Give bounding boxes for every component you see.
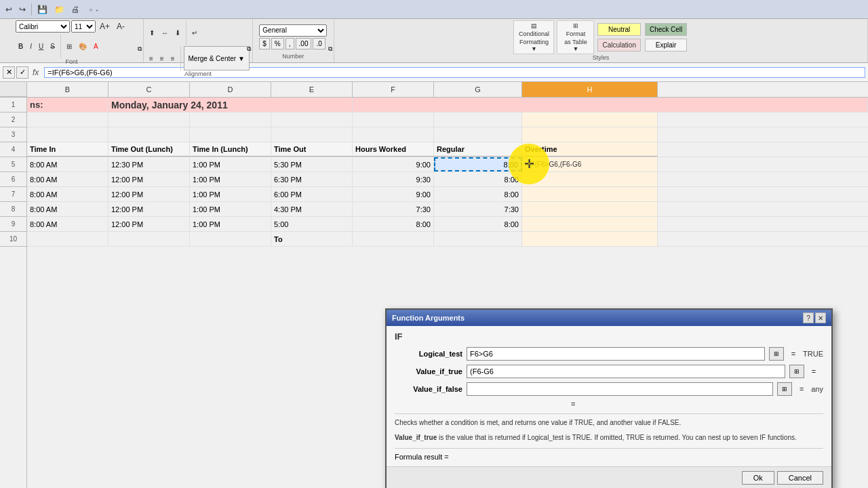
header-time-out-lunch[interactable]: Time Out (Lunch) — [108, 142, 190, 157]
cell-h9[interactable] — [522, 202, 658, 216]
row-header-7[interactable]: 7 — [0, 187, 26, 202]
align-middle-button[interactable]: ↔ — [159, 20, 171, 45]
open-button[interactable]: 📁 — [52, 3, 67, 16]
col-header-b[interactable]: B — [27, 82, 108, 97]
font-family-select[interactable]: Calibri — [16, 20, 70, 33]
row-header-4[interactable]: 4 — [0, 142, 26, 157]
row-header-2[interactable]: 2 — [0, 113, 26, 127]
row-header-1[interactable]: 1 — [0, 98, 26, 113]
cell-h8[interactable] — [522, 187, 658, 201]
cell-e3[interactable] — [271, 127, 353, 142]
align-right-button[interactable]: ≡ — [168, 46, 178, 70]
col-header-g[interactable]: G — [434, 82, 522, 97]
cell-d11[interactable] — [190, 232, 271, 246]
cell-c7[interactable]: 12:00 PM — [108, 172, 190, 186]
cell-b10[interactable]: 8:00 AM — [27, 217, 108, 231]
cell-d2[interactable] — [190, 113, 271, 127]
cell-e9[interactable]: 4:30 PM — [271, 202, 353, 216]
number-expand-icon[interactable]: ⧉ — [328, 45, 332, 53]
number-format-select[interactable]: General — [259, 24, 327, 37]
col-header-h[interactable]: H — [522, 82, 658, 97]
cell-b1[interactable]: ns: — [27, 98, 108, 112]
logical-test-picker[interactable]: ⊞ — [769, 347, 784, 361]
save-button[interactable]: 💾 — [35, 3, 50, 16]
cell-b6[interactable]: 8:00 AM — [27, 157, 108, 171]
row-header-3[interactable]: 3 — [0, 127, 26, 142]
cell-c2[interactable] — [108, 113, 190, 127]
font-size-select[interactable]: 11 — [71, 20, 96, 33]
increase-font-button[interactable]: A+ — [97, 20, 113, 33]
cell-f6[interactable]: 9:00 — [353, 157, 434, 171]
cell-c11[interactable] — [108, 232, 190, 246]
cell-d6[interactable]: 1:00 PM — [190, 157, 271, 171]
row-header-8[interactable]: 8 — [0, 202, 26, 217]
dollar-button[interactable]: $ — [259, 38, 270, 49]
cell-d10[interactable]: 1:00 PM — [190, 217, 271, 231]
cell-h7[interactable] — [522, 172, 658, 186]
cell-g10[interactable]: 8:00 — [434, 217, 522, 231]
cell-f8[interactable]: 9:00 — [353, 187, 434, 201]
cell-g9[interactable]: 7:30 — [434, 202, 522, 216]
redo-button[interactable]: ↪ — [16, 3, 28, 16]
cell-c9[interactable]: 12:00 PM — [108, 202, 190, 216]
cell-f1[interactable] — [353, 98, 868, 112]
wrap-text-button[interactable]: ↵ — [189, 20, 200, 45]
cell-f11[interactable] — [353, 232, 434, 246]
header-time-out[interactable]: Time Out — [271, 142, 353, 157]
align-top-button[interactable]: ⬆ — [146, 20, 157, 45]
dialog-cancel-button[interactable]: Cancel — [777, 471, 823, 485]
confirm-formula-button[interactable]: ✓ — [16, 66, 28, 79]
value-if-false-picker[interactable]: ⊞ — [777, 382, 792, 396]
font-color-button[interactable]: A — [91, 41, 101, 52]
border-button[interactable]: ⊞ — [64, 41, 75, 52]
cell-b3[interactable] — [27, 127, 108, 142]
value-if-true-input[interactable] — [467, 365, 785, 378]
cell-d7[interactable]: 1:00 PM — [190, 172, 271, 186]
cell-c6[interactable]: 12:30 PM — [108, 157, 190, 171]
format-as-table-button[interactable]: ⊞ Format as Table ▼ — [557, 20, 594, 54]
italic-button[interactable]: I — [27, 41, 35, 52]
calculation-style-button[interactable]: Calculation — [597, 39, 640, 52]
cell-c10[interactable]: 12:00 PM — [108, 217, 190, 231]
value-if-true-picker[interactable]: ⊞ — [789, 365, 804, 378]
cell-e11-to[interactable]: To — [271, 232, 353, 246]
align-center-button[interactable]: ≡ — [157, 46, 167, 70]
cell-g11[interactable] — [434, 232, 522, 246]
decrease-decimal-button[interactable]: .0 — [313, 38, 325, 49]
cell-b2[interactable] — [27, 113, 108, 127]
dialog-close-button[interactable]: ✕ — [815, 312, 826, 323]
cell-d8[interactable]: 1:00 PM — [190, 187, 271, 201]
row-header-10[interactable]: 10 — [0, 232, 26, 247]
cell-b8[interactable]: 8:00 AM — [27, 187, 108, 201]
merge-center-button[interactable]: Merge & Center ▼ — [184, 46, 250, 70]
alignment-expand-icon[interactable]: ⧉ — [247, 45, 251, 53]
cell-b9[interactable]: 8:00 AM — [27, 202, 108, 216]
cell-d3[interactable] — [190, 127, 271, 142]
cell-h10[interactable] — [522, 217, 658, 231]
header-time-in[interactable]: Time In — [27, 142, 108, 157]
cell-f3[interactable] — [353, 127, 434, 142]
cell-g6-selected[interactable]: 8:00 — [434, 157, 522, 171]
conditional-formatting-button[interactable]: ▤ Conditional Formatting ▼ — [513, 20, 554, 54]
font-expand-icon[interactable]: ⧉ — [138, 45, 142, 53]
logical-test-input[interactable] — [467, 347, 765, 361]
cell-b7[interactable]: 8:00 AM — [27, 172, 108, 186]
header-regular[interactable]: Regular — [434, 142, 522, 157]
check-cell-button[interactable]: Check Cell — [645, 23, 687, 36]
col-header-f[interactable]: F — [353, 82, 434, 97]
header-time-in-lunch[interactable]: Time In (Lunch) — [190, 142, 271, 157]
cancel-formula-button[interactable]: ✕ — [3, 66, 15, 79]
value-if-false-input[interactable] — [467, 382, 773, 396]
cell-f2[interactable] — [353, 113, 434, 127]
col-header-e[interactable]: E — [271, 82, 353, 97]
cell-f9[interactable]: 7:30 — [353, 202, 434, 216]
header-overtime[interactable]: Overtime — [522, 142, 658, 157]
dialog-ok-button[interactable]: Ok — [742, 471, 774, 485]
cell-e8[interactable]: 6:00 PM — [271, 187, 353, 201]
percent-button[interactable]: % — [271, 38, 284, 49]
cell-g7[interactable]: 8:00 — [434, 172, 522, 186]
cell-h3[interactable] — [522, 127, 658, 142]
row-header-6[interactable]: 6 — [0, 172, 26, 187]
cell-h2[interactable] — [522, 113, 658, 127]
row-header-9[interactable]: 9 — [0, 217, 26, 232]
